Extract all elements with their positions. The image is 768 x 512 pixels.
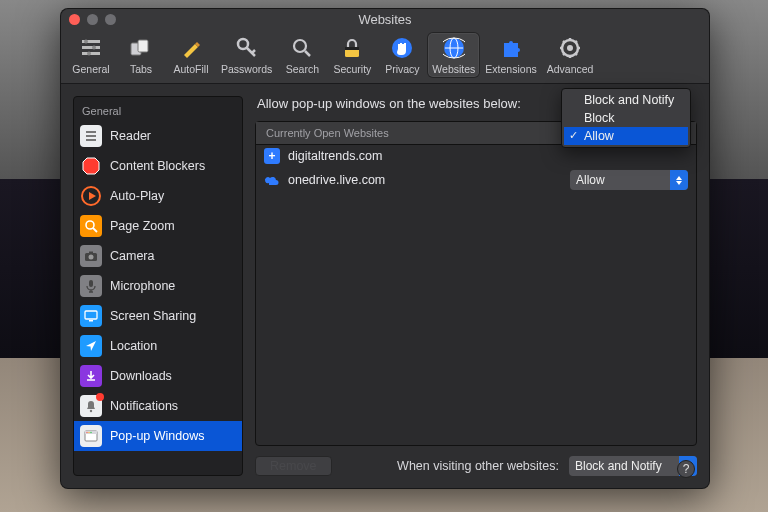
svg-rect-2 — [82, 46, 100, 49]
notification-badge — [96, 393, 104, 401]
window-title: Websites — [358, 12, 411, 27]
sidebar-item-page-zoom[interactable]: Page Zoom — [74, 211, 242, 241]
camera-icon — [80, 245, 102, 267]
toolbar-label: AutoFill — [173, 63, 208, 75]
help-label: ? — [683, 462, 690, 476]
sidebar-item-camera[interactable]: Camera — [74, 241, 242, 271]
permission-select[interactable]: Allow — [570, 170, 688, 190]
popup-option-allow[interactable]: ✓ Allow — [564, 127, 688, 145]
tab-tabs[interactable]: Tabs — [117, 33, 165, 77]
svg-point-25 — [89, 255, 94, 260]
remove-button[interactable]: Remove — [255, 456, 332, 476]
toolbar-label: Passwords — [221, 63, 272, 75]
titlebar[interactable]: Websites — [61, 9, 709, 31]
tab-general[interactable]: General — [67, 33, 115, 77]
svg-rect-11 — [345, 47, 359, 50]
tab-security[interactable]: Security — [328, 33, 376, 77]
close-icon[interactable] — [69, 14, 80, 25]
sidebar-item-label: Pop-up Windows — [110, 429, 205, 443]
svg-rect-19 — [86, 139, 96, 141]
other-sites-label: When visiting other websites: — [397, 459, 559, 473]
puzzle-icon — [498, 35, 524, 61]
tab-search[interactable]: Search — [278, 33, 326, 77]
popup-option-block-notify[interactable]: Block and Notify — [564, 91, 688, 109]
popup-option-block[interactable]: Block — [564, 109, 688, 127]
tab-advanced[interactable]: Advanced — [543, 33, 598, 77]
tab-websites[interactable]: Websites — [428, 33, 479, 77]
table-row[interactable]: onedrive.live.com Allow — [256, 167, 696, 193]
minimize-icon[interactable] — [87, 14, 98, 25]
sidebar-item-label: Auto-Play — [110, 189, 164, 203]
screen-icon — [80, 305, 102, 327]
svg-marker-22 — [89, 192, 96, 200]
toolbar-label: Extensions — [485, 63, 536, 75]
sidebar-item-label: Notifications — [110, 399, 178, 413]
toolbar-label: Privacy — [385, 63, 419, 75]
svg-point-16 — [567, 45, 573, 51]
zoom-icon — [80, 215, 102, 237]
tab-extensions[interactable]: Extensions — [481, 33, 540, 77]
gear-icon — [557, 35, 583, 61]
sidebar-item-label: Camera — [110, 249, 154, 263]
sidebar-item-label: Microphone — [110, 279, 175, 293]
key-icon — [234, 35, 260, 61]
svg-rect-27 — [89, 280, 93, 287]
sidebar-item-autoplay[interactable]: Auto-Play — [74, 181, 242, 211]
play-icon — [80, 185, 102, 207]
microphone-icon — [80, 275, 102, 297]
toolbar-label: Websites — [432, 63, 475, 75]
reader-icon — [80, 125, 102, 147]
option-label: Allow — [584, 129, 614, 143]
svg-marker-30 — [86, 341, 96, 351]
permission-popup[interactable]: Block and Notify Block ✓ Allow — [561, 88, 691, 148]
svg-point-1 — [84, 40, 88, 44]
sidebar-item-location[interactable]: Location — [74, 331, 242, 361]
main-panel: Allow pop-up windows on the websites bel… — [255, 96, 697, 476]
sidebar-item-microphone[interactable]: Microphone — [74, 271, 242, 301]
site-name: onedrive.live.com — [288, 173, 570, 187]
window-icon — [80, 425, 102, 447]
cloud-icon — [264, 172, 280, 188]
sidebar-item-label: Reader — [110, 129, 151, 143]
sidebar-item-content-blockers[interactable]: Content Blockers — [74, 151, 242, 181]
svg-rect-18 — [86, 135, 96, 137]
select-value: Allow — [576, 173, 605, 187]
svg-point-9 — [294, 40, 306, 52]
table-row[interactable]: + digitaltrends.com — [256, 145, 696, 167]
sidebar-item-notifications[interactable]: Notifications — [74, 391, 242, 421]
sidebar-item-label: Location — [110, 339, 157, 353]
svg-rect-17 — [86, 131, 96, 133]
check-icon: ✓ — [569, 129, 578, 142]
svg-point-31 — [90, 410, 92, 412]
option-label: Block and Notify — [584, 93, 674, 107]
svg-point-3 — [92, 46, 96, 50]
toolbar-label: Advanced — [547, 63, 594, 75]
svg-point-34 — [86, 432, 87, 433]
sidebar-item-downloads[interactable]: Downloads — [74, 361, 242, 391]
download-icon — [80, 365, 102, 387]
tab-passwords[interactable]: Passwords — [217, 33, 276, 77]
content-area: General Reader Content Blockers Auto-Pla… — [61, 84, 709, 488]
sidebar-item-reader[interactable]: Reader — [74, 121, 242, 151]
svg-marker-20 — [83, 158, 99, 174]
autofill-icon — [178, 35, 204, 61]
preferences-toolbar: General Tabs AutoFill Passwords Search — [61, 31, 709, 84]
sidebar-item-label: Content Blockers — [110, 159, 205, 173]
location-icon — [80, 335, 102, 357]
tab-autofill[interactable]: AutoFill — [167, 33, 215, 77]
sidebar-item-popup-windows[interactable]: Pop-up Windows — [74, 421, 242, 451]
window-controls — [69, 14, 116, 25]
sidebar-item-label: Page Zoom — [110, 219, 175, 233]
stop-icon — [80, 155, 102, 177]
general-icon — [78, 35, 104, 61]
sidebar-item-label: Downloads — [110, 369, 172, 383]
bell-icon — [80, 395, 102, 417]
help-button[interactable]: ? — [677, 460, 695, 478]
tab-privacy[interactable]: Privacy — [378, 33, 426, 77]
sidebar: General Reader Content Blockers Auto-Pla… — [73, 96, 243, 476]
toolbar-label: Tabs — [130, 63, 152, 75]
sidebar-item-screen-sharing[interactable]: Screen Sharing — [74, 301, 242, 331]
globe-icon — [441, 35, 467, 61]
svg-rect-29 — [89, 320, 93, 322]
zoom-icon[interactable] — [105, 14, 116, 25]
